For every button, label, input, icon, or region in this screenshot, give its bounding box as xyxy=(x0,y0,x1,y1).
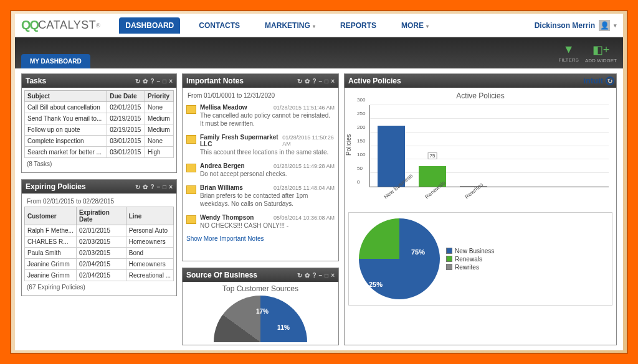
expiring-footer: (67 Expiring Policies) xyxy=(24,281,174,293)
nav-more[interactable]: MORE ▾ xyxy=(395,17,435,34)
logo: QQ CATALYST ® xyxy=(21,18,100,32)
note-text: NO CHECKS!!! CASH ONLY!!! - xyxy=(200,222,335,230)
nav-marketing[interactable]: MARKETING ▾ xyxy=(259,17,321,34)
user-name: Dickinson Merrin xyxy=(535,21,595,30)
note-text: The cancelled auto policy cannot be rein… xyxy=(200,111,335,128)
gear-icon[interactable]: ✿ xyxy=(143,184,148,190)
maximize-icon[interactable]: □ xyxy=(163,184,166,190)
widget-notes-header[interactable]: Important Notes ↻ ✿ ? – □ × xyxy=(183,74,338,88)
legend-swatch xyxy=(446,248,452,254)
dark-toolbar: MY DASHBOARD ▼ FILTERS ◧+ ADD WIDGET xyxy=(15,37,623,68)
note-author: Family Fresh Supermarket LLC xyxy=(200,134,279,147)
maximize-icon[interactable]: □ xyxy=(325,272,328,279)
add-widget-button[interactable]: ◧+ ADD WIDGET xyxy=(585,43,617,63)
note-icon xyxy=(186,215,196,224)
intuit-badge[interactable]: intuit ▾ xyxy=(583,76,614,85)
widget-active-header[interactable]: Active Policies ↻ xyxy=(345,74,616,88)
table-row[interactable]: Send Thank You email to...02/19/2015Medi… xyxy=(25,113,174,124)
legend-swatch xyxy=(446,256,452,262)
help-icon[interactable]: ? xyxy=(150,184,154,190)
note-text: Brian prefers to be contacted after 1pm … xyxy=(200,192,335,208)
table-row[interactable]: Paula Smith02/03/2015Bond xyxy=(25,248,174,259)
note-time: 01/28/2015 11:50:26 AM xyxy=(282,134,335,147)
logo-qq: QQ xyxy=(21,18,38,32)
bar-newbusiness[interactable] xyxy=(378,126,405,187)
note-item[interactable]: Family Fresh Supermarket LLC01/28/2015 1… xyxy=(185,131,336,159)
help-icon[interactable]: ? xyxy=(312,78,316,85)
table-row[interactable]: Jeanine Grimm02/04/2015Recreational ... xyxy=(25,270,174,281)
nav-dashboard[interactable]: DASHBOARD xyxy=(119,17,180,34)
close-icon[interactable]: × xyxy=(331,78,335,85)
col-duedate[interactable]: Due Date xyxy=(107,91,145,102)
refresh-icon[interactable]: ↻ xyxy=(135,78,140,85)
col-subject[interactable]: Subject xyxy=(25,91,107,102)
top-nav: QQ CATALYST ® DASHBOARD CONTACTS MARKETI… xyxy=(15,14,623,37)
refresh-icon[interactable]: ↻ xyxy=(297,272,302,279)
note-icon xyxy=(186,105,196,114)
widget-tasks-header[interactable]: Tasks ↻ ✿ ? – □ × xyxy=(22,74,176,88)
widget-source: Source Of Business ↻ ✿ ? – □ × Top Custo… xyxy=(182,268,339,345)
widget-expiring-title: Expiring Policies xyxy=(26,182,135,191)
pie-label-25: 25% xyxy=(369,281,383,288)
note-time: 01/28/2015 11:51:46 AM xyxy=(274,105,335,111)
funnel-icon: ▼ xyxy=(563,43,574,56)
help-icon[interactable]: ? xyxy=(150,78,154,85)
widget-expiring-header[interactable]: Expiring Policies ↻ ✿ ? – □ × xyxy=(22,180,176,194)
table-row[interactable]: Ralph F Methe...02/01/2015Personal Auto xyxy=(25,225,174,236)
table-row[interactable]: Jeanine Grimm02/04/2015Homeowners xyxy=(25,259,174,270)
maximize-icon[interactable]: □ xyxy=(163,78,166,85)
filters-button[interactable]: ▼ FILTERS xyxy=(559,43,579,63)
note-item[interactable]: Wendy Thompson05/06/2014 10:36:08 AMNO C… xyxy=(185,211,336,233)
chevron-down-icon: ▾ xyxy=(606,77,614,85)
source-pie-chart: 17% 11% xyxy=(214,296,307,342)
table-row[interactable]: CHARLES R...02/03/2015Homeowners xyxy=(25,236,174,248)
note-icon xyxy=(186,185,196,194)
close-icon[interactable]: × xyxy=(331,272,335,279)
nav-reports[interactable]: REPORTS xyxy=(334,17,383,34)
note-author: Mellisa Meadow xyxy=(200,104,247,111)
refresh-icon[interactable]: ↻ xyxy=(135,184,140,190)
tab-mydashboard[interactable]: MY DASHBOARD xyxy=(21,54,90,68)
help-icon[interactable]: ? xyxy=(312,272,316,279)
bar-label-renewals: 75 xyxy=(428,152,437,159)
col-priority[interactable]: Priority xyxy=(145,91,174,102)
minimize-icon[interactable]: – xyxy=(319,272,323,279)
gear-icon[interactable]: ✿ xyxy=(143,78,148,85)
minimize-icon[interactable]: – xyxy=(319,78,323,85)
table-row[interactable]: Complete inspection03/01/2015None xyxy=(25,136,174,147)
widget-tasks: Tasks ↻ ✿ ? – □ × Subjec xyxy=(21,73,177,173)
legend-swatch xyxy=(446,264,452,270)
minimize-icon[interactable]: – xyxy=(157,78,161,85)
user-menu[interactable]: Dickinson Merrin 👤 ▾ xyxy=(535,20,617,31)
note-item[interactable]: Andrea Bergen01/28/2015 11:49:28 AMDo no… xyxy=(185,159,336,181)
logo-catalyst: CATALYST xyxy=(38,19,96,32)
close-icon[interactable]: × xyxy=(169,184,173,190)
table-row[interactable]: Follow up on quote02/19/2015Medium xyxy=(25,124,174,136)
close-icon[interactable]: × xyxy=(169,78,173,85)
table-row[interactable]: Search market for better ...03/01/2015Hi… xyxy=(25,147,174,158)
note-item[interactable]: Brian Williams01/28/2015 11:48:04 AMBria… xyxy=(185,181,336,211)
tasks-table: Subject Due Date Priority Call Bill abou… xyxy=(24,90,174,158)
refresh-icon[interactable]: ↻ xyxy=(297,78,302,85)
pie-legend: New Business Renewals Rewrites xyxy=(446,246,494,272)
note-item[interactable]: Mellisa Meadow01/28/2015 11:51:46 AMThe … xyxy=(185,101,336,131)
table-row[interactable]: Call Bill about cancellation02/01/2015No… xyxy=(25,102,174,113)
widget-source-header[interactable]: Source Of Business ↻ ✿ ? – □ × xyxy=(183,268,338,282)
avatar-icon: 👤 xyxy=(599,20,610,31)
expiring-table: Customer Expiration Date Line Ralph F Me… xyxy=(24,207,174,281)
nav-contacts[interactable]: CONTACTS xyxy=(193,17,246,34)
gear-icon[interactable]: ✿ xyxy=(305,78,310,85)
source-chart-title: Top Customer Sources xyxy=(185,284,336,293)
maximize-icon[interactable]: □ xyxy=(325,78,328,85)
minimize-icon[interactable]: – xyxy=(157,184,161,190)
expiring-range: From 02/01/2015 to 02/28/2015 xyxy=(24,196,174,207)
note-icon xyxy=(186,164,196,172)
col-expiration[interactable]: Expiration Date xyxy=(76,207,126,225)
tasks-footer: (8 Tasks) xyxy=(24,158,174,170)
col-customer[interactable]: Customer xyxy=(25,207,77,225)
col-line[interactable]: Line xyxy=(126,207,173,225)
plus-icon: ◧+ xyxy=(593,43,610,57)
show-more-notes-link[interactable]: Show More Important Notes xyxy=(185,233,336,245)
note-time: 01/28/2015 11:48:04 AM xyxy=(274,185,335,191)
gear-icon[interactable]: ✿ xyxy=(305,272,310,279)
